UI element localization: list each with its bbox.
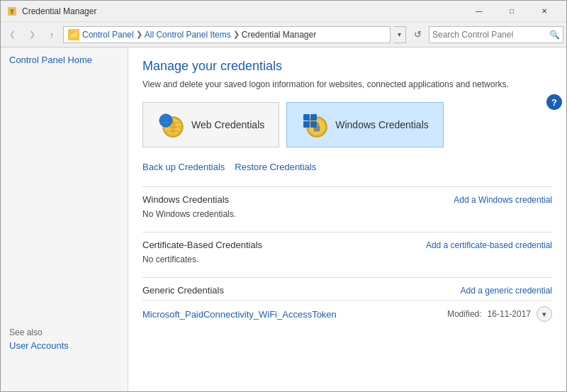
cert-cred-header: Certificate-Based Credentials Add a cert… — [142, 240, 552, 250]
search-input[interactable] — [432, 30, 549, 40]
modified-date: 16-11-2017 — [488, 309, 531, 319]
minimize-button[interactable]: — — [463, 1, 495, 22]
action-links: Back up Credentials Restore Credentials — [142, 162, 552, 175]
window-controls: — □ ✕ — [463, 1, 561, 22]
content-area: Manage your credentials View and delete … — [128, 47, 566, 392]
windows-credentials-label: Windows Credentials — [335, 119, 429, 130]
cred-type-row: Web Credentials Windows Credent — [142, 102, 552, 147]
svg-rect-16 — [303, 114, 310, 121]
page-title: Manage your credentials — [142, 59, 552, 74]
help-button[interactable]: ? — [546, 94, 562, 110]
breadcrumb-bar: 📁 Control Panel ❯ All Control Panel Item… — [63, 26, 391, 43]
search-box: 🔍 — [429, 26, 563, 43]
close-button[interactable]: ✕ — [528, 1, 561, 22]
svg-rect-17 — [310, 114, 317, 121]
web-credentials-btn[interactable]: Web Credentials — [142, 102, 279, 147]
credential-entry-name[interactable]: Microsoft_PaidConnectivity_WiFi_AccessTo… — [142, 309, 337, 320]
generic-cred-title: Generic Credentials — [142, 285, 224, 296]
add-cert-credential-link[interactable]: Add a certificate-based credential — [426, 240, 552, 250]
search-icon[interactable]: 🔍 — [549, 30, 560, 40]
page-subtitle: View and delete your saved logon informa… — [142, 79, 552, 89]
restore-credentials-link[interactable]: Restore Credentials — [235, 162, 316, 172]
table-row: Microsoft_PaidConnectivity_WiFi_AccessTo… — [142, 300, 552, 327]
address-bar: ❮ ❯ ↑ 📁 Control Panel ❯ All Control Pane… — [1, 22, 566, 47]
windows-credentials-btn[interactable]: Windows Credentials — [286, 102, 444, 147]
add-generic-credential-link[interactable]: Add a generic credential — [461, 286, 552, 296]
windows-cred-title: Windows Credentials — [142, 194, 229, 205]
up-button[interactable]: ↑ — [43, 26, 60, 43]
back-button[interactable]: ❮ — [4, 26, 21, 43]
generic-cred-header: Generic Credentials Add a generic creden… — [142, 285, 552, 296]
title-bar: Credential Manager — □ ✕ — [1, 1, 566, 22]
svg-rect-18 — [303, 121, 310, 128]
generic-credentials-section: Generic Credentials Add a generic creden… — [142, 277, 552, 327]
windows-credentials-section: Windows Credentials Add a Windows creden… — [142, 186, 552, 225]
web-credentials-label: Web Credentials — [191, 119, 264, 130]
svg-rect-2 — [11, 11, 13, 14]
svg-rect-19 — [310, 121, 317, 128]
globe-icon — [157, 111, 184, 138]
windows-cred-empty: No Windows credentials. — [142, 209, 552, 225]
window-title: Credential Manager — [22, 6, 463, 16]
modified-label: Modified: — [447, 309, 482, 319]
forward-button[interactable]: ❯ — [23, 26, 40, 43]
breadcrumb-all-items[interactable]: All Control Panel Items — [145, 30, 231, 40]
app-icon — [6, 6, 18, 17]
refresh-button[interactable]: ↺ — [409, 26, 426, 43]
sidebar: Control Panel Home See also User Account… — [1, 47, 128, 392]
main-area: Control Panel Home See also User Account… — [1, 47, 566, 392]
breadcrumb-control-panel[interactable]: Control Panel — [82, 30, 134, 40]
breadcrumb-sep-2: ❯ — [233, 30, 240, 39]
breadcrumb-current: Credential Manager — [242, 30, 316, 40]
add-windows-credential-link[interactable]: Add a Windows credential — [454, 195, 552, 205]
maximize-button[interactable]: □ — [495, 1, 528, 22]
cert-cred-empty: No certificates. — [142, 254, 552, 270]
windows-icon — [301, 111, 328, 138]
address-dropdown-btn[interactable]: ▾ — [393, 26, 406, 43]
cert-credentials-section: Certificate-Based Credentials Add a cert… — [142, 232, 552, 270]
sidebar-also-label: See also — [9, 327, 69, 337]
expand-credential-btn[interactable]: ▾ — [537, 306, 552, 322]
breadcrumb-sep-1: ❯ — [136, 30, 142, 39]
folder-icon: 📁 — [68, 29, 79, 40]
sidebar-user-accounts-link[interactable]: User Accounts — [9, 340, 69, 351]
cert-cred-title: Certificate-Based Credentials — [142, 240, 262, 250]
backup-credentials-link[interactable]: Back up Credentials — [142, 162, 225, 172]
windows-cred-header: Windows Credentials Add a Windows creden… — [142, 194, 552, 205]
sidebar-home-link[interactable]: Control Panel Home — [9, 55, 119, 65]
credential-entry-meta: Modified: 16-11-2017 ▾ — [447, 306, 552, 322]
